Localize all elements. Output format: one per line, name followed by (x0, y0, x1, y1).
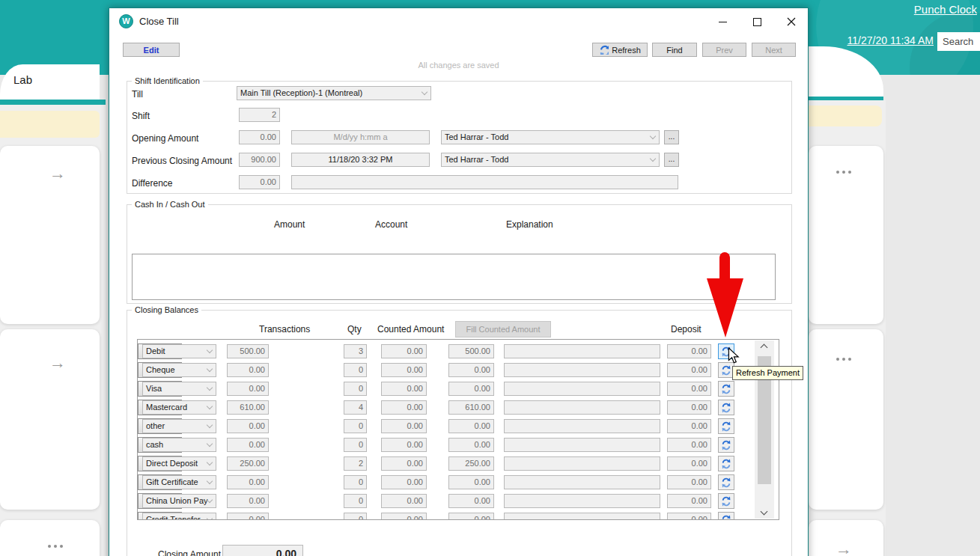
payment-method-select[interactable]: Gift Certificate (142, 475, 216, 489)
amount-field: 500.00 (448, 344, 494, 358)
header-qty: Qty (347, 324, 362, 334)
refresh-icon (721, 403, 731, 413)
arrow-right-icon[interactable]: → (49, 353, 66, 373)
refresh-payment-button[interactable] (718, 418, 734, 434)
counted-amount-field[interactable]: 0.00 (381, 475, 427, 489)
fill-counted-amount-button[interactable]: Fill Counted Amount (455, 321, 551, 337)
closing-amount-label: Closing Amount (158, 549, 221, 556)
note-field[interactable] (504, 475, 660, 489)
note-field[interactable] (504, 494, 660, 508)
qty-field: 0 (344, 438, 367, 452)
refresh-payment-button[interactable] (718, 400, 734, 415)
ellipsis-icon[interactable] (836, 171, 851, 174)
counted-amount-field[interactable]: 0.00 (381, 419, 427, 433)
refresh-payment-button[interactable] (718, 456, 734, 471)
payment-method-select[interactable]: Cheque (142, 363, 216, 377)
note-field[interactable] (504, 400, 660, 415)
transactions-amount-field: 0.00 (227, 363, 269, 377)
window-title: Close Till (139, 16, 179, 27)
refresh-payment-button[interactable] (718, 381, 734, 397)
payment-method-select[interactable]: cash (142, 438, 216, 452)
till-select[interactable]: Main Till (Reception)-1 (Montreal) (237, 86, 431, 100)
amount-field: 0.00 (448, 494, 494, 508)
counted-amount-field[interactable]: 0.00 (381, 363, 427, 377)
payment-method-select[interactable]: Credit Transfer (142, 513, 216, 520)
amount-field: 0.00 (448, 419, 494, 433)
prev-button[interactable]: Prev (702, 43, 746, 57)
tab-lab[interactable]: Lab (0, 64, 100, 100)
chevron-down-icon (207, 478, 213, 484)
payment-method-select[interactable]: Visa (142, 382, 216, 396)
card[interactable]: → (809, 520, 883, 556)
note-field[interactable] (504, 382, 660, 396)
card[interactable]: → (0, 146, 100, 324)
close-button[interactable] (782, 14, 801, 29)
scroll-down-icon[interactable] (761, 508, 768, 516)
shift-number-field: 2 (239, 108, 280, 122)
highlight-strip[interactable] (0, 111, 100, 138)
opening-person-select[interactable]: Ted Harrar - Todd (441, 130, 660, 144)
arrow-right-icon[interactable]: → (836, 540, 852, 556)
payment-row: Gift Certificate 0.00 View 0 0.00 0.00 0… (138, 474, 779, 490)
chevron-down-icon (650, 156, 656, 162)
transactions-amount-field: 250.00 (227, 456, 269, 471)
card[interactable] (0, 520, 100, 556)
chevron-down-icon (421, 89, 427, 95)
counted-amount-field[interactable]: 0.00 (381, 344, 427, 358)
highlight-strip[interactable] (809, 106, 882, 126)
opening-person-more-button[interactable]: ... (664, 130, 679, 144)
counted-amount-field[interactable]: 0.00 (381, 438, 427, 452)
ellipsis-icon[interactable] (836, 358, 851, 361)
minimize-button[interactable] (713, 14, 732, 29)
title-bar[interactable]: W Close Till (109, 8, 808, 35)
qty-field: 0 (344, 494, 367, 508)
payment-method-select[interactable]: Mastercard (142, 400, 216, 415)
note-field[interactable] (504, 438, 660, 452)
counted-amount-field[interactable]: 0.00 (381, 513, 427, 520)
refresh-payment-button[interactable] (718, 493, 734, 509)
refresh-payment-button[interactable] (718, 474, 734, 490)
payment-method-select[interactable]: Debit (142, 344, 216, 358)
counted-amount-field[interactable]: 0.00 (381, 494, 427, 508)
search-input[interactable]: Search (937, 32, 980, 51)
note-field[interactable] (504, 344, 660, 358)
card[interactable] (809, 146, 883, 324)
note-field[interactable] (504, 513, 660, 520)
note-field[interactable] (504, 363, 660, 377)
qty-field: 3 (344, 344, 367, 358)
cash-list-box[interactable] (132, 254, 776, 300)
counted-amount-field[interactable]: 0.00 (381, 382, 427, 396)
arrow-right-icon[interactable]: → (49, 164, 66, 183)
refresh-payment-button[interactable] (718, 512, 734, 520)
previous-person-select[interactable]: Ted Harrar - Todd (441, 153, 660, 167)
ellipsis-icon[interactable] (48, 545, 63, 548)
chevron-down-icon (207, 516, 213, 520)
refresh-icon (721, 496, 731, 507)
opening-date-field[interactable]: M/d/yy h:mm a (291, 130, 430, 144)
card[interactable] (809, 329, 883, 510)
next-button[interactable]: Next (752, 43, 796, 57)
note-field[interactable] (504, 419, 660, 433)
deposit-field: 0.00 (667, 382, 711, 396)
edit-button[interactable]: Edit (123, 43, 180, 57)
qty-field: 0 (344, 363, 367, 377)
note-field[interactable] (504, 456, 660, 471)
payment-method-select[interactable]: other (142, 419, 216, 433)
amount-field: 0.00 (448, 382, 494, 396)
refresh-payment-button[interactable] (718, 437, 734, 453)
transactions-amount-field: 610.00 (227, 400, 269, 415)
previous-person-more-button[interactable]: ... (664, 153, 679, 167)
payment-method-select[interactable]: Direct Deposit (142, 456, 216, 471)
previous-closing-date-field[interactable]: 11/18/20 3:32 PM (291, 153, 430, 167)
find-button[interactable]: Find (652, 43, 697, 57)
counted-amount-field[interactable]: 0.00 (381, 456, 427, 471)
datetime-link[interactable]: 11/27/20 11:34 AM (847, 34, 934, 46)
card[interactable]: → (0, 329, 100, 510)
scroll-up-icon[interactable] (761, 344, 768, 352)
deposit-field: 0.00 (667, 363, 711, 377)
counted-amount-field[interactable]: 0.00 (381, 400, 427, 415)
payment-method-select[interactable]: China Union Pay (142, 494, 216, 508)
maximize-button[interactable] (747, 14, 767, 29)
punch-clock-link[interactable]: Punch Clock (914, 3, 977, 16)
refresh-button[interactable]: Refresh (592, 43, 648, 57)
